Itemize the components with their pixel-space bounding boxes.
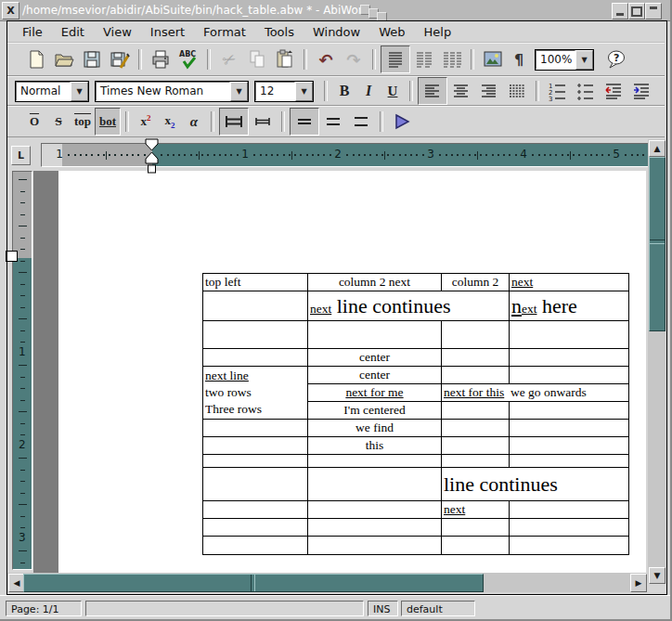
bulleted-list-button[interactable] [572,78,600,104]
table-cell[interactable] [510,437,629,455]
table-cell[interactable] [442,349,510,367]
insert-image-button[interactable] [479,46,507,72]
scroll-down-button[interactable]: ▼ [649,567,666,584]
font-dropdown-button[interactable]: ▼ [230,82,248,101]
table-cell[interactable]: next [442,501,510,519]
tab-selector-button[interactable]: L [11,146,31,165]
menu-item-edit[interactable]: Edit [52,23,94,41]
menu-item-web[interactable]: Web [369,23,414,41]
vruler-margin-marker[interactable] [6,251,18,262]
table-cell[interactable] [308,468,442,501]
table-cell[interactable] [510,420,629,437]
align-right-button[interactable] [475,78,503,104]
table-cell[interactable]: next for this we go onwards [442,384,629,402]
insert-symbol-button[interactable]: α [182,109,206,135]
subscript-button[interactable]: x2 [158,109,182,135]
save-button[interactable] [78,46,106,72]
table-cell[interactable]: column 2 [442,274,510,291]
indent-markers[interactable] [144,138,161,177]
table-cell[interactable]: next [510,274,629,291]
table-cell[interactable] [308,321,442,349]
table-cell[interactable]: center [308,367,442,384]
table-cell[interactable] [510,519,629,537]
table-cell[interactable] [203,291,308,321]
underline-button[interactable]: U [381,78,405,104]
italic-button[interactable]: I [356,78,381,104]
style-combo[interactable]: Normal ▼ [15,81,89,102]
table-cell[interactable] [442,519,510,537]
copy-button[interactable] [243,46,271,72]
table-cell[interactable]: this [308,437,442,455]
print-button[interactable] [147,46,174,72]
table-cell[interactable] [203,468,308,501]
minimize-button[interactable] [612,3,628,19]
font-size-value[interactable]: 12 [255,82,295,101]
table-cell[interactable]: center [308,349,442,367]
shade-button[interactable] [645,3,662,19]
help-button[interactable]: ? [603,46,631,72]
table-cell[interactable]: line continues [442,468,629,501]
font-size-combo[interactable]: 12 ▼ [254,81,314,102]
font-value[interactable]: Times New Roman [96,82,230,101]
open-button[interactable] [50,46,78,72]
vertical-ruler[interactable]: 123 [12,171,32,570]
paste-button[interactable] [271,46,299,72]
menu-item-tools[interactable]: Tools [255,23,304,41]
table-cell[interactable] [442,402,510,420]
align-justify-button[interactable] [503,78,531,104]
maximize-button[interactable] [628,3,645,19]
para-space-after-button[interactable] [249,109,277,135]
table-cell[interactable]: next for me [308,384,442,402]
table-cell[interactable] [308,519,442,537]
table-cell[interactable]: next linetwo rowsThree rows [203,367,308,420]
increase-indent-button[interactable] [627,78,655,104]
font-combo[interactable]: Times New Roman ▼ [95,81,249,102]
bottomline-button[interactable]: bot [95,108,121,136]
table-cell[interactable] [203,455,308,468]
topline-button[interactable]: top [71,109,95,135]
spellcheck-button[interactable]: ABC [174,46,202,72]
table-cell[interactable] [203,321,308,349]
table-cell[interactable] [442,420,510,437]
undo-button[interactable]: ↶ [312,46,340,72]
table-cell[interactable] [308,537,442,555]
bold-button[interactable]: B [332,78,356,104]
style-dropdown-button[interactable]: ▼ [71,82,88,101]
menu-item-help[interactable]: Help [415,23,461,41]
scroll-right-button[interactable]: ▶ [630,574,647,592]
table-cell[interactable]: column 2 next [308,274,442,291]
table-cell[interactable] [510,367,629,384]
table-cell[interactable] [203,349,308,367]
menu-item-insert[interactable]: Insert [141,23,194,41]
zoom-combo[interactable]: 100% ▼ [535,49,594,71]
document-page[interactable]: top leftcolumn 2 nextcolumn 2nextnext li… [58,171,646,573]
align-center-button[interactable] [447,78,475,104]
menu-item-file[interactable]: File [13,23,52,41]
table-cell[interactable] [510,455,629,468]
table-cell[interactable] [510,537,629,555]
superscript-button[interactable]: x2 [134,109,158,135]
table-cell[interactable]: we find [308,420,442,437]
strikethrough-button[interactable]: S [46,109,71,135]
scroll-up-button[interactable]: ▲ [649,140,666,157]
table-cell[interactable] [308,501,442,519]
table-cell[interactable]: I'm centered [308,402,442,420]
table-cell[interactable]: next here [510,291,629,321]
new-document-button[interactable] [22,46,50,72]
style-value[interactable]: Normal [16,82,71,101]
table-cell[interactable] [203,537,308,555]
table-cell[interactable] [510,349,629,367]
menu-item-format[interactable]: Format [194,23,255,41]
decrease-indent-button[interactable] [600,78,627,104]
table-cell[interactable] [442,437,510,455]
document-view[interactable]: top leftcolumn 2 nextcolumn 2nextnext li… [33,171,646,573]
table-cell[interactable] [510,501,629,519]
table-cell[interactable] [442,455,510,468]
menu-item-view[interactable]: View [94,23,141,41]
table-cell[interactable] [442,321,510,349]
vertical-scrollbar-thumb[interactable] [649,157,666,331]
table-cell[interactable] [203,519,308,537]
horizontal-scrollbar[interactable]: ◀ ▶ [7,573,646,592]
line-spacing-single-button[interactable] [290,108,319,136]
overline-button[interactable]: O [22,109,46,135]
